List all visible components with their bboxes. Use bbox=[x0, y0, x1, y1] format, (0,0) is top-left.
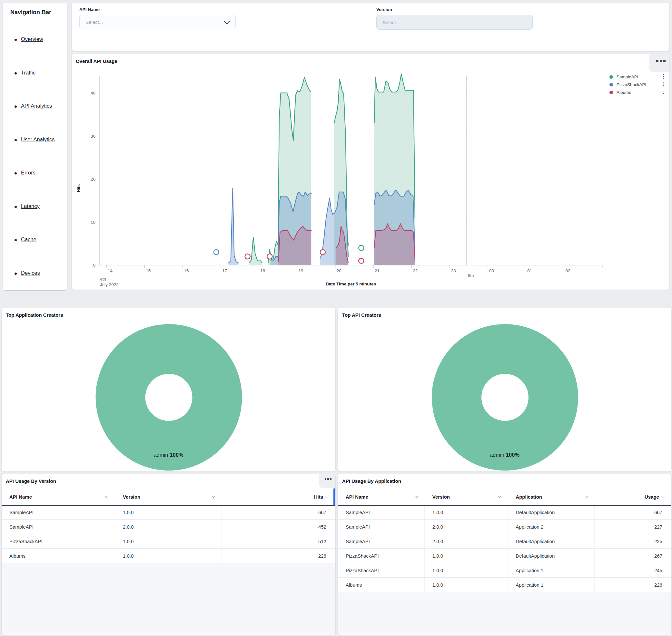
overall-api-usage-chart: 141516171819202122230001020102030404thJu… bbox=[72, 54, 669, 290]
sidebar-item-label[interactable]: Overview bbox=[21, 36, 43, 42]
sidebar-item-label[interactable]: Latency bbox=[21, 203, 40, 209]
sidebar-item-latency[interactable]: Latency bbox=[21, 203, 40, 209]
chevron-down-icon bbox=[661, 494, 665, 498]
y-axis-title: Hits bbox=[76, 184, 81, 192]
legend-label: SampleAPI bbox=[616, 75, 663, 79]
data-point-pizzashackapi bbox=[214, 250, 219, 255]
table-title: API Usage By Version bbox=[6, 478, 56, 484]
column-header-label: API Name bbox=[346, 494, 368, 500]
cell-api-name: Albums bbox=[338, 578, 425, 592]
sidebar-item-devices[interactable]: Devices bbox=[21, 270, 40, 276]
axes bbox=[99, 76, 602, 268]
chevron-down-icon bbox=[224, 18, 229, 24]
column-header-label: Version bbox=[432, 494, 450, 500]
sidebar-item-label[interactable]: Errors bbox=[21, 170, 36, 176]
api-name-label: API Name bbox=[79, 7, 236, 12]
cell-version: 1.0.0 bbox=[425, 578, 508, 592]
legend-dot bbox=[609, 75, 613, 79]
x-axis-title: Date Time per 5 minutes bbox=[99, 282, 602, 286]
table-row: Albums1.0.0226 bbox=[2, 549, 335, 563]
table-row: PizzaShackAPI1.0.0DefaultApplication267 bbox=[338, 549, 671, 563]
table-row: PizzaShackAPI1.0.0512 bbox=[2, 534, 335, 549]
donut-hole bbox=[145, 374, 192, 421]
chevron-down-icon bbox=[211, 494, 215, 498]
legend-item-pizzashackapi[interactable]: PizzaShackAPI bbox=[609, 82, 664, 87]
top-api-creators-card: Top API Creators admin100% bbox=[338, 308, 671, 472]
legend-label: Albums bbox=[616, 90, 663, 95]
cell-usage: 227 bbox=[595, 520, 671, 534]
sidebar-item-cache[interactable]: Cache bbox=[21, 236, 37, 242]
sidebar-item-user-analytics[interactable]: User Analytics bbox=[21, 136, 55, 142]
api-name-select-value: Select... bbox=[85, 19, 103, 25]
column-header-application[interactable]: Application bbox=[508, 494, 595, 500]
sidebar-item-label[interactable]: Devices bbox=[21, 270, 40, 276]
cell-application: Application 1 bbox=[508, 563, 595, 577]
cell-application: DefaultApplication bbox=[508, 505, 595, 519]
drag-handle-icon[interactable] bbox=[649, 54, 669, 72]
table-row: SampleAPI2.0.0452 bbox=[2, 520, 335, 534]
drag-handle-icon[interactable] bbox=[319, 474, 335, 488]
legend-item-albums[interactable]: Albums bbox=[609, 90, 664, 95]
svg-text:20: 20 bbox=[337, 268, 342, 273]
column-header-version[interactable]: Version bbox=[115, 494, 222, 500]
cell-api-name: SampleAPI bbox=[338, 534, 425, 548]
data-point-albums bbox=[359, 258, 364, 263]
top-api-creators-donut bbox=[338, 308, 671, 472]
column-header-version[interactable]: Version bbox=[425, 494, 508, 500]
cell-version: 2.0.0 bbox=[425, 534, 508, 548]
sidebar-item-label[interactable]: API Analytics bbox=[21, 103, 52, 109]
svg-text:4th: 4th bbox=[100, 277, 106, 282]
data-point-albums bbox=[245, 254, 250, 259]
kebab-menu-icon[interactable] bbox=[663, 74, 664, 79]
chevron-down-icon bbox=[584, 494, 588, 498]
overall-api-usage-card: Overall API Usage 1415161718192021222300… bbox=[72, 54, 669, 290]
table-header: API NameVersionApplicationUsage bbox=[338, 488, 671, 506]
cell-version: 1.0.0 bbox=[115, 534, 222, 548]
table-row: SampleAPI1.0.0DefaultApplication667 bbox=[338, 505, 671, 520]
chart-title: Overall API Usage bbox=[76, 58, 117, 64]
table-row: PizzaShackAPI1.0.0Application 1245 bbox=[338, 563, 671, 578]
legend-item-sampleapi[interactable]: SampleAPI bbox=[609, 74, 664, 79]
api-name-select[interactable]: Select... bbox=[79, 15, 236, 29]
donut-title: Top API Creators bbox=[342, 312, 381, 318]
table-row: SampleAPI2.0.0Application 2227 bbox=[338, 520, 671, 534]
table-body: SampleAPI1.0.0667SampleAPI2.0.0452PizzaS… bbox=[2, 505, 335, 635]
cell-application: DefaultApplication bbox=[508, 534, 595, 548]
cell-version: 1.0.0 bbox=[425, 549, 508, 563]
kebab-menu-icon[interactable] bbox=[663, 90, 664, 95]
version-input[interactable] bbox=[376, 15, 533, 30]
cell-usage: 225 bbox=[595, 534, 671, 548]
column-header-label: API Name bbox=[9, 494, 32, 500]
cell-application: DefaultApplication bbox=[508, 549, 595, 563]
scrollbar-thumb[interactable] bbox=[333, 488, 335, 505]
sidebar-item-overview[interactable]: Overview bbox=[21, 36, 43, 42]
gridlines bbox=[99, 93, 602, 222]
data-point-albums bbox=[267, 254, 272, 259]
sidebar-item-traffic[interactable]: Traffic bbox=[21, 69, 36, 76]
cell-api-name: SampleAPI bbox=[2, 520, 115, 534]
svg-text:00: 00 bbox=[489, 268, 494, 273]
sidebar-item-label[interactable]: Cache bbox=[21, 236, 37, 242]
svg-text:23: 23 bbox=[451, 268, 456, 273]
column-header-api-name[interactable]: API Name bbox=[2, 494, 115, 500]
sidebar-item-label[interactable]: User Analytics bbox=[21, 136, 55, 142]
svg-text:30: 30 bbox=[90, 134, 96, 139]
column-header-usage[interactable]: Usage bbox=[595, 494, 671, 500]
sidebar-item-errors[interactable]: Errors bbox=[21, 170, 36, 176]
cell-version: 2.0.0 bbox=[115, 520, 222, 534]
cell-hits: 512 bbox=[222, 534, 335, 548]
kebab-menu-icon[interactable] bbox=[663, 82, 664, 87]
column-header-api-name[interactable]: API Name bbox=[338, 494, 425, 500]
sidebar-nav: OverviewTrafficAPI AnalyticsUser Analyti… bbox=[3, 3, 67, 290]
svg-text:18: 18 bbox=[260, 268, 265, 273]
column-header-label: Version bbox=[123, 494, 140, 500]
sidebar-item-label[interactable]: Traffic bbox=[21, 69, 36, 76]
filter-bar: API Name Select... Version bbox=[72, 3, 669, 51]
cell-api-name: PizzaShackAPI bbox=[338, 563, 425, 577]
column-header-hits[interactable]: Hits bbox=[222, 494, 335, 500]
cell-usage: 267 bbox=[595, 549, 671, 563]
cell-api-name: PizzaShackAPI bbox=[2, 534, 115, 548]
table-header: API NameVersionHits bbox=[2, 488, 335, 506]
sidebar-item-api-analytics[interactable]: API Analytics bbox=[21, 103, 52, 109]
donut-slice-label: admin100% bbox=[338, 452, 671, 458]
